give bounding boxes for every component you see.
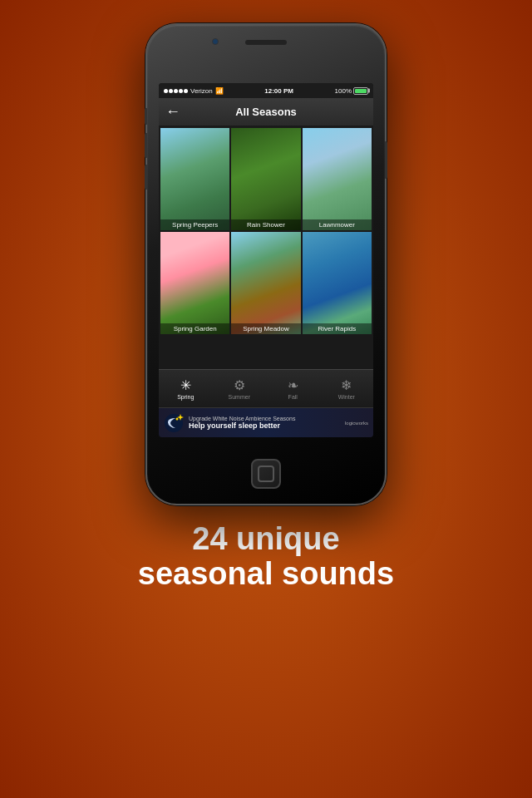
speaker-grille [245, 40, 287, 45]
home-button[interactable] [251, 459, 281, 489]
river-rapids-label: River Rapids [303, 323, 372, 334]
navigation-bar: ← All Seasons [159, 98, 373, 126]
tab-bar: ✳ Spring ⚙ Summer ❧ Fall ❄ Winter [159, 369, 373, 407]
spring-meadow-image [231, 232, 300, 334]
back-button[interactable]: ← [165, 103, 180, 121]
lawnmower-label: Lawnmower [303, 219, 372, 230]
tab-summer[interactable]: ⚙ Summer [213, 377, 267, 400]
tab-winter-label: Winter [338, 394, 355, 400]
bottom-text-line2: seasonal sounds [138, 557, 394, 592]
ad-text-main: Help yourself sleep better [189, 421, 340, 430]
status-left: Verizon 📶 [164, 87, 224, 95]
tab-winter[interactable]: ❄ Winter [320, 377, 374, 400]
grid-item-spring-garden[interactable]: Spring Garden [160, 232, 229, 334]
phone-screen: Verizon 📶 12:00 PM 100% ← All Seasons [159, 83, 373, 437]
rain-shower-image [231, 128, 300, 230]
signal-strength [164, 89, 188, 93]
lawnmower-image [303, 128, 372, 230]
bottom-text-line1: 24 unique [138, 522, 394, 557]
tab-summer-label: Summer [229, 394, 250, 400]
tab-spring-label: Spring [177, 394, 194, 400]
volume-down-button[interactable] [145, 165, 147, 190]
status-time: 12:00 PM [264, 87, 293, 95]
ad-logo: logicworks [345, 421, 368, 426]
status-bar: Verizon 📶 12:00 PM 100% [159, 83, 373, 98]
battery-icon [353, 87, 368, 95]
winter-icon: ❄ [341, 377, 352, 393]
spring-icon: ✳ [180, 377, 191, 393]
front-camera [212, 38, 219, 45]
ad-text-top: Upgrade White Noise Ambience Seasons [189, 416, 340, 421]
ad-moon-icon [164, 413, 184, 433]
river-rapids-image [303, 232, 372, 334]
grid-item-rain-shower[interactable]: Rain Shower [231, 128, 300, 230]
wifi-icon: 📶 [215, 87, 224, 95]
home-button-inner [258, 466, 274, 482]
phone-frame-container: Verizon 📶 12:00 PM 100% ← All Seasons [145, 23, 387, 505]
rain-shower-label: Rain Shower [231, 219, 300, 230]
battery-fill [355, 89, 367, 93]
fall-icon: ❧ [288, 377, 298, 393]
sounds-grid: Spring Peepers Rain Shower Lawnmower Spr… [159, 126, 373, 336]
spring-peepers-image [160, 128, 229, 230]
summer-icon: ⚙ [234, 377, 245, 393]
ad-banner[interactable]: Upgrade White Noise Ambience Seasons Hel… [159, 407, 373, 437]
empty-content-area [159, 336, 373, 369]
page-title: All Seasons [235, 106, 297, 118]
spring-peepers-label: Spring Peepers [160, 219, 229, 230]
grid-item-spring-peepers[interactable]: Spring Peepers [160, 128, 229, 230]
tab-spring[interactable]: ✳ Spring [159, 377, 213, 400]
mute-button[interactable] [145, 108, 147, 125]
spring-garden-image [160, 232, 229, 334]
tab-fall[interactable]: ❧ Fall [266, 377, 320, 400]
grid-item-spring-meadow[interactable]: Spring Meadow [231, 232, 300, 334]
battery-percent: 100% [335, 87, 352, 95]
svg-point-1 [176, 417, 179, 420]
power-button[interactable] [385, 141, 387, 179]
bottom-text-block: 24 unique seasonal sounds [138, 522, 394, 592]
tab-fall-label: Fall [288, 394, 298, 400]
status-right: 100% [335, 87, 368, 95]
grid-item-lawnmower[interactable]: Lawnmower [303, 128, 372, 230]
spring-meadow-label: Spring Meadow [231, 323, 300, 334]
carrier-name: Verizon [190, 87, 213, 95]
phone-frame: Verizon 📶 12:00 PM 100% ← All Seasons [145, 23, 387, 505]
grid-item-river-rapids[interactable]: River Rapids [303, 232, 372, 334]
volume-up-button[interactable] [145, 133, 147, 158]
ad-text-area: Upgrade White Noise Ambience Seasons Hel… [189, 416, 340, 430]
spring-garden-label: Spring Garden [160, 323, 229, 334]
